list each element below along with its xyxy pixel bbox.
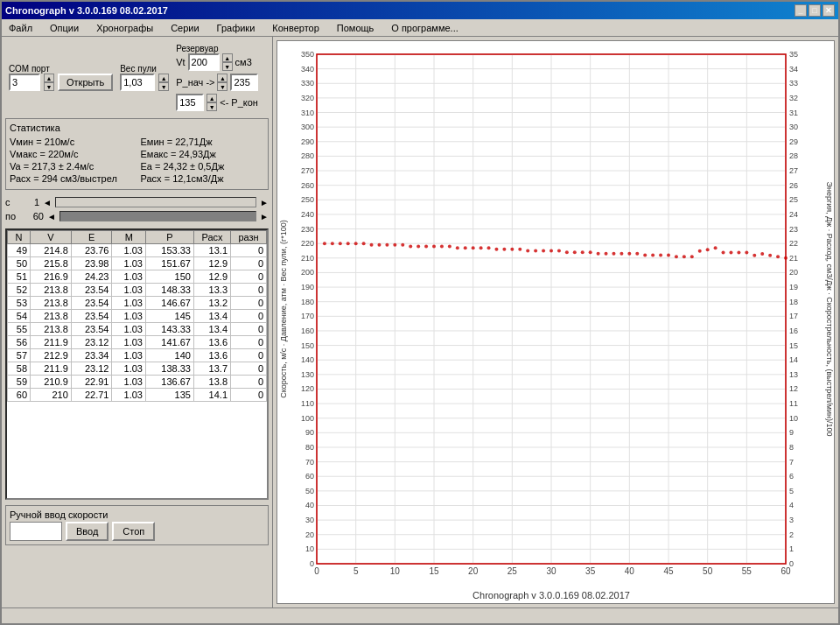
table-cell: 213.8 bbox=[31, 310, 72, 323]
svg-text:150: 150 bbox=[301, 341, 314, 350]
svg-text:32: 32 bbox=[789, 94, 798, 102]
table-row: 50215.823.981.03151.6712.90 bbox=[8, 257, 267, 270]
sliders-section: с 1 ◄ ► по 60 ◄ ► bbox=[5, 193, 269, 225]
svg-text:60: 60 bbox=[305, 472, 314, 481]
close-button[interactable]: ✕ bbox=[822, 4, 835, 17]
com-port-label: СОМ порт bbox=[9, 64, 113, 74]
svg-text:270: 270 bbox=[301, 166, 314, 175]
svg-text:34: 34 bbox=[789, 65, 798, 74]
svg-point-165 bbox=[550, 249, 553, 252]
stat-emin: Eмин = 22,71Дж bbox=[141, 137, 265, 147]
p-start-spin-up[interactable]: ▲ bbox=[217, 74, 228, 82]
table-cell: 0 bbox=[231, 257, 267, 270]
stat-ea: Ea = 24,32 ± 0,5Дж bbox=[141, 161, 265, 172]
manual-speed-input[interactable] bbox=[10, 522, 62, 541]
svg-point-187 bbox=[722, 250, 725, 254]
stats-row-2: Vмакс = 220м/с Eмакс = 24,93Дж bbox=[10, 149, 264, 159]
svg-point-181 bbox=[675, 255, 678, 258]
svg-point-177 bbox=[643, 253, 647, 256]
table-cell: 1.03 bbox=[112, 310, 145, 323]
main-window: Chronograph v 3.0.0.169 08.02.2017 _ □ ✕… bbox=[0, 0, 840, 625]
menu-about[interactable]: О программе... bbox=[388, 22, 461, 34]
col-header-razn: разн bbox=[231, 231, 267, 244]
svg-text:1: 1 bbox=[789, 544, 794, 553]
title-bar: Chronograph v 3.0.0.169 08.02.2017 _ □ ✕ bbox=[2, 2, 838, 19]
manual-input-row: Ввод Стоп bbox=[10, 522, 264, 541]
po-right-arrow-icon[interactable]: ► bbox=[260, 212, 269, 221]
com-spinbox-arrows[interactable]: ▲ ▼ bbox=[44, 74, 54, 91]
statistics-section: Статистика Vмин = 210м/с Eмин = 22,71Дж … bbox=[5, 118, 269, 190]
table-cell: 22.91 bbox=[71, 376, 112, 389]
enter-button[interactable]: Ввод bbox=[66, 522, 108, 541]
p-end-spinbox-arrows[interactable]: ▲ ▼ bbox=[206, 94, 217, 111]
svg-text:3: 3 bbox=[789, 516, 794, 524]
table-row: 51216.924.231.0315012.90 bbox=[8, 270, 267, 284]
stop-button[interactable]: Стоп bbox=[112, 522, 155, 541]
menu-graphs[interactable]: Графики bbox=[214, 22, 259, 34]
svg-text:100: 100 bbox=[301, 414, 314, 423]
svg-text:290: 290 bbox=[301, 137, 314, 146]
c-slider-track[interactable] bbox=[55, 197, 256, 207]
table-cell: 0 bbox=[231, 362, 267, 376]
svg-text:2: 2 bbox=[789, 530, 794, 539]
menu-chronographs[interactable]: Хронографы bbox=[93, 22, 157, 34]
com-port-group: СОМ порт 3 ▲ ▼ Открыть bbox=[9, 64, 113, 91]
table-cell: 58 bbox=[8, 362, 31, 376]
table-cell: 0 bbox=[231, 336, 267, 349]
po-slider-track[interactable] bbox=[60, 211, 256, 221]
table-cell: 145 bbox=[145, 310, 193, 323]
top-controls: СОМ порт 3 ▲ ▼ Открыть Вес bbox=[5, 40, 269, 115]
left-arrow-icon[interactable]: ◄ bbox=[43, 198, 52, 207]
svg-point-168 bbox=[573, 250, 577, 254]
svg-text:14: 14 bbox=[789, 355, 798, 364]
right-arrow-icon[interactable]: ► bbox=[260, 198, 269, 207]
svg-point-159 bbox=[502, 248, 506, 251]
table-cell: 135 bbox=[145, 389, 193, 402]
table-cell: 1.03 bbox=[112, 349, 145, 362]
minimize-button[interactable]: _ bbox=[794, 4, 807, 17]
bullet-spin-down[interactable]: ▼ bbox=[158, 82, 169, 91]
svg-text:260: 260 bbox=[301, 181, 314, 190]
data-table-container[interactable]: N V E M P Расх разн 49214.823.761.03153.… bbox=[5, 228, 269, 500]
com-spin-down[interactable]: ▼ bbox=[44, 82, 54, 91]
com-spin-up[interactable]: ▲ bbox=[44, 74, 54, 82]
svg-point-140 bbox=[354, 242, 358, 245]
vt-spin-up[interactable]: ▲ bbox=[222, 53, 233, 62]
svg-text:5: 5 bbox=[354, 566, 359, 576]
svg-text:Энергия, Дж · Расход, см3/Дж ·: Энергия, Дж · Расход, см3/Дж · Скоростре… bbox=[825, 182, 834, 437]
svg-text:30: 30 bbox=[546, 566, 556, 576]
table-cell: 24.23 bbox=[71, 270, 112, 284]
menu-converter[interactable]: Конвертор bbox=[269, 22, 322, 34]
p-start-spin-down[interactable]: ▼ bbox=[217, 82, 228, 91]
svg-text:40: 40 bbox=[305, 501, 314, 509]
table-cell: 210 bbox=[31, 389, 72, 402]
open-button[interactable]: Открыть bbox=[58, 74, 113, 91]
svg-text:18: 18 bbox=[789, 298, 798, 306]
table-cell: 59 bbox=[8, 376, 31, 389]
svg-text:11: 11 bbox=[789, 399, 798, 408]
p-start-label: Р_нач -> bbox=[176, 77, 214, 88]
vt-spin-down[interactable]: ▼ bbox=[222, 62, 233, 71]
menu-series[interactable]: Серии bbox=[167, 22, 202, 34]
menu-options[interactable]: Опции bbox=[46, 22, 82, 34]
svg-text:4: 4 bbox=[789, 501, 794, 509]
p-end-spin-down[interactable]: ▼ bbox=[206, 102, 217, 111]
svg-text:45: 45 bbox=[663, 566, 674, 576]
po-left-arrow-icon[interactable]: ◄ bbox=[47, 212, 56, 221]
table-cell: 146.67 bbox=[145, 297, 193, 310]
p-start-spinbox-arrows[interactable]: ▲ ▼ bbox=[217, 74, 228, 91]
menu-file[interactable]: Файл bbox=[5, 22, 36, 34]
stat-emax: Eмакс = 24,93Дж bbox=[141, 149, 265, 159]
p-end-spin-up[interactable]: ▲ bbox=[206, 94, 217, 102]
bullet-spinbox-arrows[interactable]: ▲ ▼ bbox=[158, 74, 169, 91]
table-cell: 13.8 bbox=[193, 376, 230, 389]
table-cell: 136.67 bbox=[145, 376, 193, 389]
bullet-spin-up[interactable]: ▲ bbox=[158, 74, 169, 82]
table-cell: 151.67 bbox=[145, 257, 193, 270]
maximize-button[interactable]: □ bbox=[808, 4, 821, 17]
vt-spinbox-arrows[interactable]: ▲ ▼ bbox=[222, 53, 233, 71]
slider-po-row: по 60 ◄ ► bbox=[5, 209, 269, 223]
menu-help[interactable]: Помощь bbox=[333, 22, 378, 34]
table-cell: 22.71 bbox=[71, 389, 112, 402]
svg-text:330: 330 bbox=[301, 79, 314, 88]
